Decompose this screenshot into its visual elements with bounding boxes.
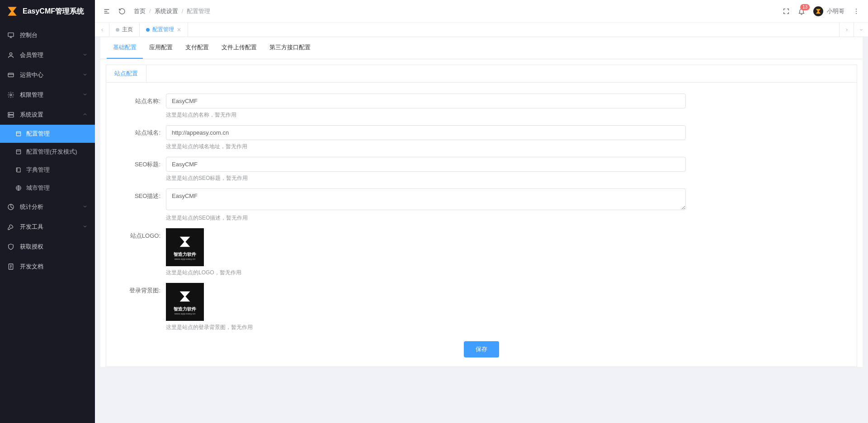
form-label: 站点域名: [115, 125, 166, 137]
sidebar-item[interactable]: 开发工具 [0, 217, 95, 237]
sidebar: EasyCMF管理系统 控制台 会员管理 运营中心 权限管理 系统设置 配置管理… [0, 0, 95, 423]
image-upload[interactable]: 智造力软件www.app-easy.cn [166, 228, 204, 266]
textarea-input[interactable]: EasyCMF [166, 188, 686, 210]
svg-point-15 [856, 13, 857, 14]
page-tab[interactable]: 主页 [109, 23, 140, 37]
collapse-sidebar-icon[interactable] [103, 8, 110, 15]
svg-point-13 [856, 9, 857, 9]
sidebar-item[interactable]: 开发文档 [0, 257, 95, 277]
sidebar-menu: 控制台 会员管理 运营中心 权限管理 系统设置 配置管理配置管理(开发模式)字典… [0, 23, 95, 423]
card-icon [7, 71, 14, 79]
text-input[interactable] [166, 94, 686, 108]
tool-icon [7, 223, 14, 230]
user-menu[interactable]: 小明哥 [813, 6, 844, 16]
more-icon[interactable] [853, 8, 860, 15]
sidebar-item[interactable]: 运营中心 [0, 65, 95, 85]
sidebar-item-label: 会员管理 [20, 51, 77, 59]
book-icon [15, 167, 22, 173]
notification-badge: 13 [800, 4, 810, 10]
form-label: SEO标题: [115, 157, 166, 169]
breadcrumb-item[interactable]: 系统设置 [155, 7, 178, 15]
brand[interactable]: EasyCMF管理系统 [0, 0, 95, 23]
config-tab[interactable]: 第三方接口配置 [263, 37, 317, 59]
sidebar-item[interactable]: 获取授权 [0, 237, 95, 257]
chevron-down-icon [82, 72, 88, 79]
sidebar-item-label: 运营中心 [20, 71, 77, 79]
chart-icon [7, 203, 14, 211]
form-label: 站点名称: [115, 94, 166, 105]
form-row: SEO标题: 这里是站点的SEO标题，暂无作用 [115, 157, 848, 182]
form-row: 站点名称: 这里是站点的名称，暂无作用 [115, 94, 848, 119]
sidebar-subitem-label: 配置管理 [26, 130, 50, 138]
doc-icon [7, 263, 14, 270]
form-help: 这里是站点的SEO描述，暂无作用 [166, 214, 686, 222]
form-control: EasyCMF这里是站点的SEO描述，暂无作用 [166, 188, 686, 222]
sidebar-item-label: 开发文档 [20, 263, 88, 271]
sidebar-subitem[interactable]: 配置管理 [0, 125, 95, 143]
form-label: 登录背景图: [115, 283, 166, 295]
shield-icon [7, 243, 14, 250]
breadcrumb-item[interactable]: 首页 [134, 7, 146, 15]
config-tab[interactable]: 基础配置 [107, 37, 143, 59]
image-upload-text: 智造力软件 [174, 251, 196, 258]
server-icon [7, 111, 14, 118]
sidebar-subitem[interactable]: 配置管理(开发模式) [0, 143, 95, 161]
card-tab-active[interactable]: 站点配置 [106, 65, 146, 82]
card-header: 站点配置 [106, 65, 857, 83]
sidebar-item[interactable]: 系统设置 [0, 105, 95, 125]
sidebar-subitem-label: 字典管理 [26, 166, 50, 174]
fullscreen-icon[interactable] [783, 8, 790, 15]
gear-icon [7, 91, 14, 99]
page-tab-label: 主页 [122, 26, 133, 33]
text-input[interactable] [166, 125, 686, 140]
content: 基础配置应用配置支付配置文件上传配置第三方接口配置 站点配置 站点名称: 这里是… [95, 37, 868, 423]
avatar [813, 6, 823, 16]
form-label: 站点LOGO: [115, 228, 166, 240]
sidebar-item[interactable]: 统计分析 [0, 197, 95, 217]
form-control: 智造力软件www.app-easy.cn这里是站点的LOGO，暂无作用 [166, 228, 686, 277]
config-tab[interactable]: 应用配置 [143, 37, 179, 59]
sidebar-item[interactable]: 会员管理 [0, 45, 95, 65]
tabs-dropdown-icon[interactable] [854, 23, 868, 37]
sidebar-item[interactable]: 权限管理 [0, 85, 95, 105]
tabs-scroll-right-icon[interactable] [839, 23, 854, 37]
tab-dot-icon [146, 28, 150, 32]
sidebar-item-label: 统计分析 [20, 203, 77, 211]
svg-point-3 [10, 94, 12, 96]
topbar: 首页 / 系统设置 / 配置管理 13 小明哥 [95, 0, 868, 23]
brand-name: EasyCMF管理系统 [23, 7, 84, 16]
sidebar-subitem[interactable]: 城市管理 [0, 179, 95, 197]
form-help: 这里是站点的LOGO，暂无作用 [166, 269, 686, 277]
sidebar-item-label: 权限管理 [20, 91, 77, 99]
form-control: 智造力软件www.app-easy.cn这里是站点的登录背景图，暂无作用 [166, 283, 686, 331]
config-card: 站点配置 站点名称: 这里是站点的名称，暂无作用站点域名: 这里是站点的域名地址… [106, 65, 857, 367]
page-tab[interactable]: 配置管理✕ [140, 23, 188, 37]
chevron-up-icon [82, 112, 88, 118]
close-icon[interactable]: ✕ [177, 27, 181, 33]
config-panel: 基础配置应用配置支付配置文件上传配置第三方接口配置 站点配置 站点名称: 这里是… [100, 37, 863, 367]
image-upload[interactable]: 智造力软件www.app-easy.cn [166, 283, 204, 321]
tab-dot-icon [116, 28, 119, 32]
form-control: 这里是站点的SEO标题，暂无作用 [166, 157, 686, 182]
monitor-icon [7, 32, 14, 39]
notifications-icon[interactable]: 13 [798, 8, 805, 15]
save-button[interactable]: 保存 [464, 341, 499, 357]
sidebar-subitem-label: 配置管理(开发模式) [26, 148, 77, 156]
page-tab-label: 配置管理 [152, 26, 174, 33]
svg-rect-0 [8, 33, 14, 37]
sidebar-subitem[interactable]: 字典管理 [0, 161, 95, 179]
refresh-icon[interactable] [118, 8, 126, 15]
breadcrumb-separator: / [182, 8, 184, 14]
svg-point-7 [9, 116, 9, 117]
form-row: 站点域名: 这里是站点的域名地址，暂无作用 [115, 125, 848, 150]
breadcrumb-separator: / [149, 8, 151, 14]
config-tab[interactable]: 文件上传配置 [215, 37, 263, 59]
config-tab[interactable]: 支付配置 [179, 37, 215, 59]
form-help: 这里是站点的SEO标题，暂无作用 [166, 174, 686, 182]
text-input[interactable] [166, 157, 686, 172]
tabs-scroll-left-icon[interactable] [95, 23, 109, 37]
main: 首页 / 系统设置 / 配置管理 13 小明哥 [95, 0, 868, 423]
svg-point-6 [9, 113, 9, 114]
sidebar-item-label: 系统设置 [20, 111, 77, 119]
sidebar-item[interactable]: 控制台 [0, 25, 95, 45]
